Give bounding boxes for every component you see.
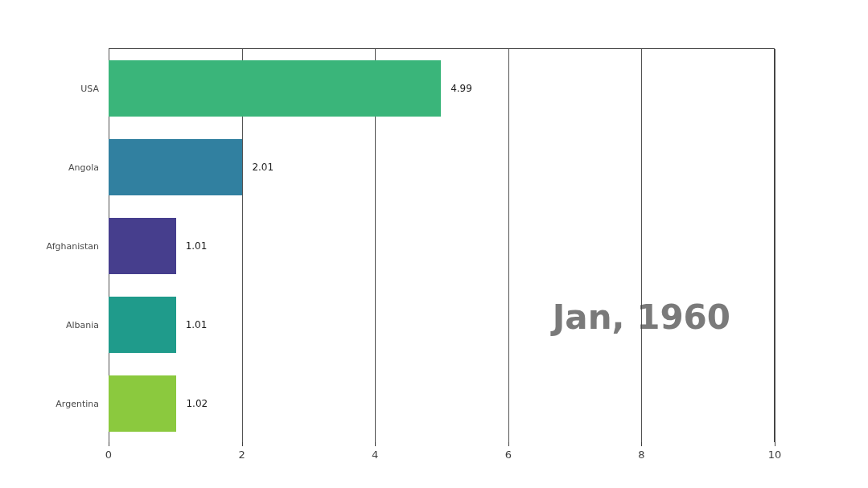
y-tick-label: USA	[80, 84, 109, 94]
x-tick-label: 2	[238, 449, 245, 461]
x-tick-label: 6	[505, 449, 512, 461]
bar-value-label: 1.02	[176, 398, 208, 409]
bar-value-label: 2.01	[242, 162, 274, 173]
bar-usa	[109, 60, 441, 117]
bar-value-label: 1.01	[176, 240, 208, 252]
x-tick	[109, 442, 109, 446]
x-tick	[375, 442, 376, 446]
bar-albania	[109, 297, 176, 353]
y-tick-label: Argentina	[56, 399, 109, 409]
bar-value-label: 1.01	[176, 319, 208, 330]
x-tick	[775, 442, 775, 446]
chart-stage: Jan, 1960 0246810USA4.99Angola2.01Afghan…	[0, 0, 868, 488]
y-tick-label: Albania	[66, 320, 109, 330]
bar-angola	[109, 139, 242, 195]
x-tick-label: 10	[768, 449, 782, 461]
x-tick-label: 8	[638, 449, 644, 461]
x-gridline	[641, 49, 642, 442]
x-tick	[641, 442, 642, 446]
y-tick-label: Afghanistan	[47, 241, 109, 252]
bar-argentina	[109, 375, 176, 432]
x-tick-label: 4	[372, 449, 378, 461]
x-tick-label: 0	[105, 449, 112, 461]
x-gridline	[775, 49, 775, 442]
x-tick	[508, 442, 509, 446]
bar-afghanistan	[109, 218, 176, 274]
y-tick-label: Angola	[68, 162, 109, 173]
plot-area: Jan, 1960 0246810USA4.99Angola2.01Afghan…	[109, 48, 775, 442]
bar-value-label: 4.99	[441, 83, 472, 94]
x-gridline	[508, 49, 509, 442]
x-tick	[242, 442, 243, 446]
